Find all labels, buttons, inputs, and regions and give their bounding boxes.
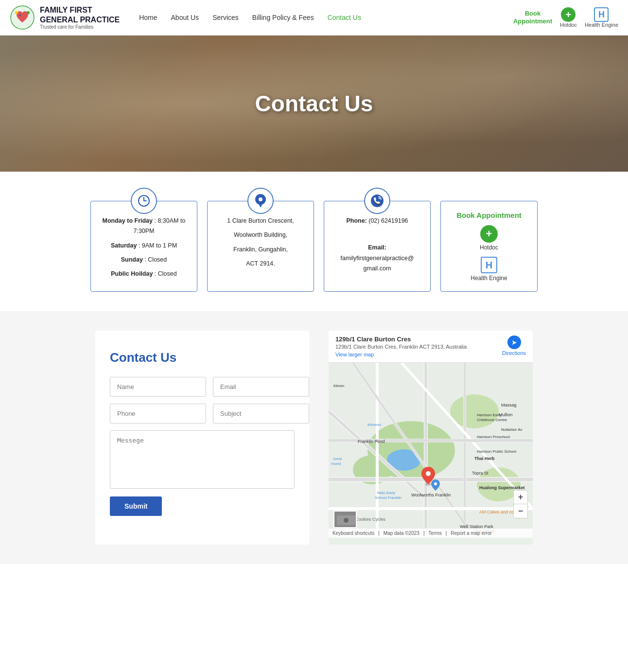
svg-text:Nullarbor Av: Nullarbor Av [501,427,522,432]
map-zoom-in-button[interactable]: + [514,491,527,504]
address-line4: ACT 2914. [246,259,275,269]
contact-form-title: Contact Us [110,350,295,365]
contact-section: Contact Us Submit 129b/1 Clare Burton Cr… [0,311,628,564]
book-card: Book Appointment + Hotdoc H Health Engin… [440,201,538,292]
contact-form-container: Contact Us Submit [95,331,309,545]
svg-text:Harrison Early: Harrison Early [477,413,502,417]
footer-pipe: | [378,531,380,536]
hours-sunday: Sunday : Closed [121,255,167,265]
book-hotdoc-link[interactable]: + Hotdoc [480,225,498,251]
submit-button[interactable]: Submit [110,496,162,516]
phone-svg: 📞 [370,194,384,208]
map-thumb-svg [334,512,357,528]
map-address-sub: 129b/1 Clare Burton Cres, Franklin ACT 2… [335,344,467,350]
hours-saturday: Saturday : 9AM to 1 PM [111,241,177,251]
svg-point-66 [344,518,349,523]
hotdoc-label: Hotdoc [560,22,577,28]
healthengine-header-link[interactable]: H Health Engine [585,7,618,28]
svg-text:Woolworths Franklin: Woolworths Franklin [411,493,451,497]
healthengine-book-label: Health Engine [471,275,507,282]
info-cards-section: Monday to Friday : 8:30AM to 7:30PM Satu… [0,172,628,311]
directions-label: Directions [502,350,526,356]
svg-text:Mullion: Mullion [499,412,513,417]
contact-info-card: 📞 Phone: (02) 62419196 Email:familyfirst… [324,201,431,292]
svg-text:Harrison Preschool: Harrison Preschool [477,435,510,439]
phone-icon: 📞 [364,188,390,214]
phone-input[interactable] [110,404,206,424]
brand-name-line2: GENERAL PRACTICE [40,15,120,24]
form-row-phone-subject [110,404,295,424]
directions-button[interactable]: ➤ Directions [502,336,526,356]
svg-text:Thai Herb: Thai Herb [474,456,495,461]
book-appointment-button[interactable]: BookAppointment [513,10,552,25]
nav-about[interactable]: About Us [171,14,199,21]
map-visual[interactable]: Franklin Pond Woolworths Franklin Thai H… [329,363,533,538]
footer-keyboard: Keyboard shortcuts [332,531,374,536]
healthengine-cross-icon: H [594,7,609,22]
header-actions: BookAppointment + Hotdoc H Health Engine [513,7,618,28]
map-info-bar: 129b/1 Clare Burton Cres 129b/1 Clare Bu… [329,331,533,363]
subject-input[interactable] [213,404,309,424]
email-line: Email:familyfirstgeneralpractice@gmail.c… [341,243,414,274]
logo-area: + FAMILY FIRST GENERAL PRACTICE Trusted … [10,5,120,30]
svg-text:Kilminni: Kilminni [367,423,381,427]
logo-icon: + [10,5,35,30]
hotdoc-book-label: Hotdoc [480,244,498,251]
svg-point-3 [27,11,30,14]
svg-text:ional: ional [333,457,342,461]
nav-services[interactable]: Services [212,14,239,21]
svg-text:Cookies Cycles: Cookies Cycles [355,517,386,522]
svg-text:Harrison Public School: Harrison Public School [477,449,516,454]
svg-text:Massag: Massag [501,403,517,407]
hotdoc-header-link[interactable]: + Hotdoc [560,7,577,28]
map-controls: + − [513,490,528,518]
site-header: + FAMILY FIRST GENERAL PRACTICE Trusted … [0,0,628,35]
hero-title: Contact Us [255,90,373,117]
footer-pipe2: | [423,531,425,536]
view-larger-map-link[interactable]: View larger map [335,352,467,357]
footer-terms-link[interactable]: Terms [428,531,441,536]
map-address-title: 129b/1 Clare Burton Cres [335,336,467,343]
book-card-title[interactable]: Book Appointment [456,211,522,219]
footer-pipe3: | [446,531,447,536]
svg-point-2 [15,11,18,14]
nav-billing[interactable]: Billing Policy & Fees [252,14,314,21]
name-input[interactable] [110,377,206,397]
svg-marker-10 [258,203,263,208]
email-input[interactable] [213,377,309,397]
footer-map-data: Map data ©2023 [384,531,419,536]
brand-name-line1: FAMILY FIRST [40,5,120,15]
message-textarea[interactable] [110,430,295,489]
phone-line: Phone: (02) 62419196 [346,216,408,226]
address-card: 1 Clare Burton Crescent, Woolworth Build… [207,201,314,292]
healthengine-h-icon: H [481,257,497,273]
footer-report-link[interactable]: Report a map error [451,531,491,536]
svg-text:Topra St: Topra St [472,471,488,476]
form-row-name-email [110,377,295,397]
nav-home[interactable]: Home [139,14,157,21]
brand-tagline: Trusted care for Families [40,24,120,30]
svg-text:School Franklin: School Franklin [375,495,401,500]
map-svg: Franklin Pond Woolworths Franklin Thai H… [329,363,533,538]
main-nav: Home About Us Services Billing Policy & … [139,14,513,21]
pin-svg [254,194,267,208]
logo-text: FAMILY FIRST GENERAL PRACTICE Trusted ca… [40,5,120,29]
address-line2: Woolworth Building, [234,230,287,240]
svg-point-36 [434,482,437,485]
book-healthengine-link[interactable]: H Health Engine [471,257,507,282]
map-address-block: 129b/1 Clare Burton Cres 129b/1 Clare Bu… [335,336,467,357]
svg-text:Klimm: Klimm [333,384,345,388]
address-line1: 1 Clare Burton Crescent, [227,216,294,226]
address-line3: Franklin, Gungahlin, [233,245,288,255]
clock-svg [137,194,151,208]
svg-text:Franklin Pond: Franklin Pond [358,439,385,444]
map-zoom-out-button[interactable]: − [514,504,527,518]
directions-arrow-icon: ➤ [507,336,521,349]
svg-text:Childhood Centre: Childhood Centre [477,418,507,422]
svg-point-9 [259,197,262,201]
svg-text:Hualong Supermarket: Hualong Supermarket [479,485,525,490]
hero-banner: Contact Us [0,35,628,172]
map-container: 129b/1 Clare Burton Cres 129b/1 Clare Bu… [329,331,533,545]
healthengine-label: Health Engine [585,22,618,28]
nav-contact[interactable]: Contact Us [328,14,361,21]
